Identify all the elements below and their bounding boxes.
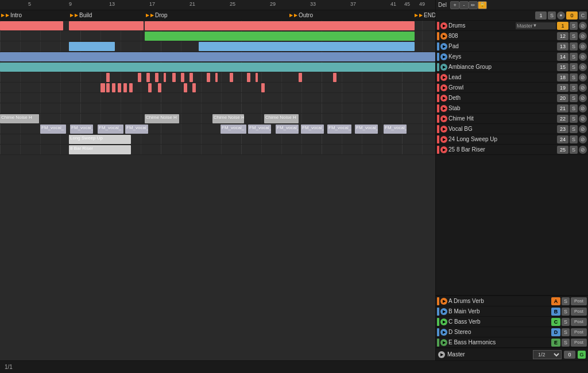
solo-btn[interactable]: S <box>570 22 578 30</box>
clip-24-long-sweep-up[interactable]: Long Sweep Up <box>69 135 131 144</box>
clip-growl[interactable] <box>184 83 187 92</box>
track-play-btn[interactable]: ▶ <box>440 43 447 50</box>
clip-lead[interactable] <box>333 73 336 82</box>
clip-drums[interactable] <box>145 21 415 30</box>
track-play-btn[interactable]: ▶ <box>440 64 447 71</box>
clip-growl[interactable] <box>112 83 115 92</box>
mute-btn[interactable]: ⊘ <box>579 146 587 154</box>
clip-chime-hit[interactable]: Chime Noise H <box>145 114 179 123</box>
solo-btn[interactable]: S <box>570 42 578 50</box>
clip-vocal-bg[interactable]: FM_vocal_ <box>327 125 351 134</box>
return-post-btn[interactable]: Post <box>571 318 587 326</box>
clip-vocal-bg[interactable]: FM_vocal_ <box>301 125 324 134</box>
clip-vocal-bg[interactable]: FM_vocal_ <box>384 125 407 134</box>
clip-lead[interactable] <box>172 73 176 82</box>
clip-808[interactable] <box>145 32 415 41</box>
mute-btn[interactable]: ⊘ <box>579 32 587 40</box>
return-play-btn[interactable]: ▶ <box>440 339 447 346</box>
clip-growl[interactable] <box>261 83 265 92</box>
clip-ambiance-group[interactable] <box>0 63 435 72</box>
solo-btn[interactable]: S <box>570 115 578 123</box>
mute-btn[interactable]: ⊘ <box>579 42 587 50</box>
clip-lead[interactable] <box>189 73 193 82</box>
clip-growl[interactable] <box>123 83 127 92</box>
clip-chime-hit[interactable]: Chime Noise H <box>264 114 299 123</box>
clip-lead[interactable] <box>164 73 166 82</box>
clip-vocal-bg[interactable]: FM_vocal_ <box>70 125 93 134</box>
return-play-btn[interactable]: ▶ <box>440 298 447 305</box>
return-play-btn[interactable]: ▶ <box>440 318 447 325</box>
track-play-btn[interactable]: ▶ <box>440 126 447 133</box>
pencil-btn[interactable]: ✏ <box>469 1 478 9</box>
clip-drums[interactable] <box>0 21 63 30</box>
mute-btn[interactable]: ⊘ <box>579 115 587 123</box>
clip-lead[interactable] <box>181 73 184 82</box>
mute-btn[interactable]: ⊘ <box>579 63 587 71</box>
mute-btn[interactable]: ⊘ <box>579 73 587 81</box>
return-post-btn[interactable]: Post <box>571 308 587 316</box>
solo-btn[interactable]: S <box>570 84 578 92</box>
clip-vocal-bg[interactable]: FM_vocal_ <box>248 125 271 134</box>
clip-vocal-bg[interactable]: FM_vocal_ <box>276 125 299 134</box>
clip-lead[interactable] <box>299 73 302 82</box>
minus-btn[interactable]: - <box>459 1 469 9</box>
mute-btn[interactable]: ⊘ <box>579 94 587 102</box>
clip-growl[interactable] <box>158 83 161 92</box>
clip-chime-hit[interactable]: Chime Noise H <box>212 114 244 123</box>
return-solo-btn[interactable]: S <box>562 318 570 326</box>
lock-btn[interactable]: 🔒 <box>478 1 487 9</box>
return-post-btn[interactable]: Post <box>571 297 587 305</box>
solo-btn[interactable]: S <box>570 125 578 133</box>
track-play-btn[interactable]: ▶ <box>440 105 447 112</box>
track-play-btn[interactable]: ▶ <box>440 22 447 29</box>
clip-vocal-bg[interactable]: FM_vocal_ <box>98 125 123 134</box>
clip-lead[interactable] <box>256 73 258 82</box>
clip-growl[interactable] <box>118 83 121 92</box>
mute-btn[interactable]: ⊘ <box>579 84 587 92</box>
return-solo-btn[interactable]: S <box>562 308 570 316</box>
mute-btn[interactable]: ⊘ <box>579 22 587 30</box>
return-solo-btn[interactable]: S <box>562 297 570 305</box>
solo-btn[interactable]: S <box>570 135 578 143</box>
mute-btn[interactable]: ⊘ <box>579 53 587 61</box>
clip-lead[interactable] <box>106 73 110 82</box>
clip-pad[interactable] <box>69 42 115 51</box>
clip-chime-hit[interactable]: Chime Noise H <box>0 114 39 123</box>
master-play-btn[interactable]: ▶ <box>438 351 445 358</box>
track-play-btn[interactable]: ▶ <box>440 115 447 122</box>
solo-btn[interactable]: S <box>570 53 578 61</box>
return-solo-btn[interactable]: S <box>562 339 570 347</box>
mute-btn[interactable]: ⊘ <box>579 104 587 112</box>
clip-vocal-bg[interactable]: FM_vocal_ <box>40 125 66 134</box>
solo-btn[interactable]: S <box>570 104 578 112</box>
clip-keys[interactable] <box>0 52 435 61</box>
return-play-btn[interactable]: ▶ <box>440 329 447 336</box>
mute-btn[interactable]: ⊘ <box>579 125 587 133</box>
solo-btn[interactable]: S <box>570 63 578 71</box>
clip-vocal-bg[interactable]: FM_vocal_ <box>220 125 246 134</box>
clip-vocal-bg[interactable]: FM_vocal_ <box>125 125 148 134</box>
clip-lead[interactable] <box>155 73 158 82</box>
clip-growl[interactable] <box>148 83 152 92</box>
clip-pad[interactable] <box>199 42 415 51</box>
clip-growl[interactable] <box>106 83 110 92</box>
clip-lead[interactable] <box>138 73 141 82</box>
track-play-btn[interactable]: ▶ <box>440 74 447 81</box>
track-dest[interactable]: Master ▼ <box>516 22 556 29</box>
track-play-btn[interactable]: ▶ <box>440 146 447 153</box>
clip-vocal-bg[interactable]: FM_vocal_ <box>355 125 378 134</box>
track-play-btn[interactable]: ▶ <box>440 84 447 91</box>
clip-lead[interactable] <box>230 73 233 82</box>
mute-btn[interactable]: ⊘ <box>579 135 587 143</box>
return-post-btn[interactable]: Post <box>571 328 587 336</box>
return-solo-btn[interactable]: S <box>562 328 570 336</box>
master-time-select[interactable]: 1/2 1/4 1/1 <box>533 350 562 359</box>
clip-lead[interactable] <box>207 73 210 82</box>
track-play-btn[interactable]: ▶ <box>440 53 447 60</box>
solo-btn[interactable]: S <box>570 94 578 102</box>
clip-25-8-bar-riser[interactable]: 8 Bar Riser <box>69 145 131 154</box>
return-post-btn[interactable]: Post <box>571 339 587 347</box>
solo-btn[interactable]: S <box>570 32 578 40</box>
clip-growl[interactable] <box>100 83 105 92</box>
clip-growl[interactable] <box>129 83 133 92</box>
